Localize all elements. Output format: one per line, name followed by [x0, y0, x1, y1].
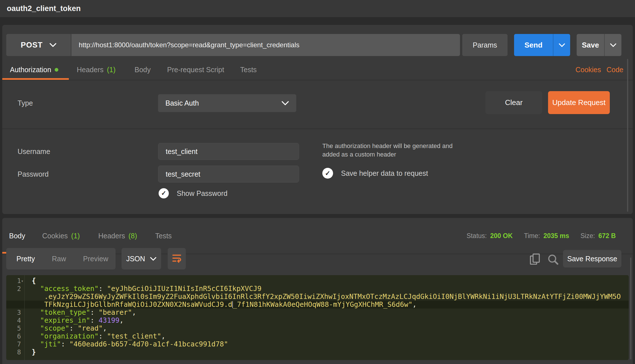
response-scrollbar[interactable]	[630, 258, 631, 359]
size-metric: Size: 672 B	[580, 232, 616, 240]
code-line: "jti": "460eadd6-b657-4d70-a1cf-41bcac99…	[24, 340, 228, 348]
chevron-down-icon	[282, 101, 289, 105]
line-number	[6, 293, 24, 301]
line-number: 8	[6, 348, 24, 356]
username-input[interactable]	[158, 143, 299, 160]
save-helper-checkbox[interactable]: ✓ Save helper data to request	[322, 168, 428, 179]
wrap-text-button[interactable]	[168, 248, 186, 269]
line-number: 7	[6, 340, 24, 348]
response-format-dropdown[interactable]: JSON	[122, 248, 161, 269]
chevron-down-icon	[150, 257, 156, 261]
helper-line-2: added as a custom header	[322, 150, 453, 159]
tab-count: (1)	[71, 232, 80, 240]
code-row: 8}	[6, 348, 629, 356]
tab-label: Tests	[155, 232, 172, 240]
view-raw-button[interactable]: Raw	[52, 255, 66, 263]
save-options-button[interactable]	[604, 34, 621, 56]
url-input[interactable]	[71, 34, 460, 56]
type-label: Type	[18, 94, 33, 112]
password-field-wrap	[158, 166, 299, 183]
cookies-link[interactable]: Cookies	[576, 59, 601, 80]
save-response-label: Save Response	[567, 255, 617, 263]
url-field-wrap	[71, 34, 460, 56]
cookies-label: Cookies	[576, 66, 601, 74]
chevron-down-icon	[50, 43, 56, 47]
time-value: 2035 ms	[544, 232, 569, 240]
line-number: 4	[6, 316, 24, 324]
search-icon	[547, 262, 559, 266]
status-label: Status:	[466, 232, 487, 240]
params-button[interactable]: Params	[462, 34, 508, 56]
code-row: .eyJzY29wZSI6WyJyZWFkIl0sIm9yZ2FuaXphdGl…	[6, 293, 629, 301]
code-row: 4 "expires_in": 43199,	[6, 316, 629, 324]
copy-icon	[529, 262, 541, 266]
code-line: "access_token": "eyJhbGciOiJIUzI1NiIsInR…	[24, 285, 261, 293]
line-number: 5	[6, 324, 24, 332]
code-line: .eyJzY29wZSI6WyJyZWFkIl0sIm9yZ2FuaXphdGl…	[24, 293, 621, 301]
search-response-button[interactable]	[547, 254, 559, 267]
view-pretty-button[interactable]: Pretty	[16, 255, 35, 263]
code-line: "expires_in": 43199,	[24, 316, 124, 324]
chevron-down-icon	[559, 43, 565, 47]
tab-body[interactable]: Body	[135, 59, 151, 80]
update-request-button[interactable]: Update Request	[548, 91, 610, 114]
tab-label: Cookies	[42, 232, 68, 240]
send-options-button[interactable]	[553, 34, 570, 56]
username-label: Username	[18, 143, 50, 160]
request-builder-panel: POST Params Send Save	[2, 25, 633, 214]
show-password-checkbox[interactable]: ✓ Show Password	[159, 188, 227, 198]
format-value: JSON	[126, 255, 145, 263]
clear-label: Clear	[505, 98, 523, 107]
save-response-button[interactable]: Save Response	[563, 250, 621, 267]
line-number: 6	[6, 332, 24, 340]
code-row: 6 "organization": "test_client",	[6, 332, 629, 340]
params-label: Params	[473, 41, 497, 49]
gutter-divider	[24, 275, 25, 360]
chevron-down-icon	[610, 43, 616, 47]
save-button-group: Save	[577, 34, 621, 56]
checkmark-icon: ✓	[322, 168, 333, 179]
auth-type-dropdown[interactable]: Basic Auth	[158, 94, 296, 112]
response-body-editor[interactable]: 1▾{2 "access_token": "eyJhbGciOiJIUzI1Ni…	[6, 275, 629, 360]
code-line: }	[24, 348, 36, 356]
size-value: 672 B	[598, 232, 616, 240]
request-tabs: Authorization Headers (1) Body Pre-reque…	[2, 59, 633, 80]
save-button[interactable]: Save	[577, 34, 604, 56]
copy-response-button[interactable]	[529, 253, 541, 267]
code-line: "scope": "read",	[24, 324, 107, 332]
tab-label: Headers	[77, 66, 104, 74]
line-number[interactable]: 1▾	[6, 277, 24, 285]
auth-type-value: Basic Auth	[165, 99, 199, 107]
helper-line-1: The authorization header will be generat…	[322, 142, 453, 150]
tab-label: Pre-request Script	[167, 66, 224, 74]
builder-scrollbar[interactable]	[627, 59, 628, 212]
send-button[interactable]: Send	[514, 34, 553, 56]
line-number: 3	[6, 309, 24, 316]
clear-button[interactable]: Clear	[485, 91, 542, 114]
send-button-group: Send	[514, 34, 570, 56]
section-divider	[2, 129, 633, 129]
status-metric: Status: 200 OK	[466, 232, 513, 240]
tab-pre-request-script[interactable]: Pre-request Script	[167, 59, 224, 80]
line-number: 2	[6, 285, 24, 293]
method-select[interactable]: POST	[6, 34, 71, 56]
password-input[interactable]	[158, 166, 299, 182]
tab-headers[interactable]: Headers (1)	[77, 59, 116, 80]
time-label: Time:	[524, 232, 540, 240]
tab-label: Headers	[98, 232, 125, 240]
size-label: Size:	[580, 232, 595, 240]
update-request-label: Update Request	[552, 98, 606, 107]
postman-window: oauth2_client_token POST Params Send Sav…	[0, 0, 635, 364]
request-title-bar: oauth2_client_token	[0, 0, 635, 18]
fold-caret-icon[interactable]: ▾	[21, 277, 24, 285]
code-line: {	[24, 277, 36, 285]
code-row: 5 "scope": "read",	[6, 324, 629, 332]
tab-authorization[interactable]: Authorization	[10, 59, 58, 80]
time-metric: Time: 2035 ms	[524, 232, 569, 240]
code-link[interactable]: Code	[606, 59, 623, 80]
show-password-label: Show Password	[177, 189, 227, 198]
code-label: Code	[606, 66, 623, 74]
tab-tests[interactable]: Tests	[240, 59, 257, 80]
view-preview-button[interactable]: Preview	[83, 255, 108, 263]
line-number	[6, 301, 24, 309]
